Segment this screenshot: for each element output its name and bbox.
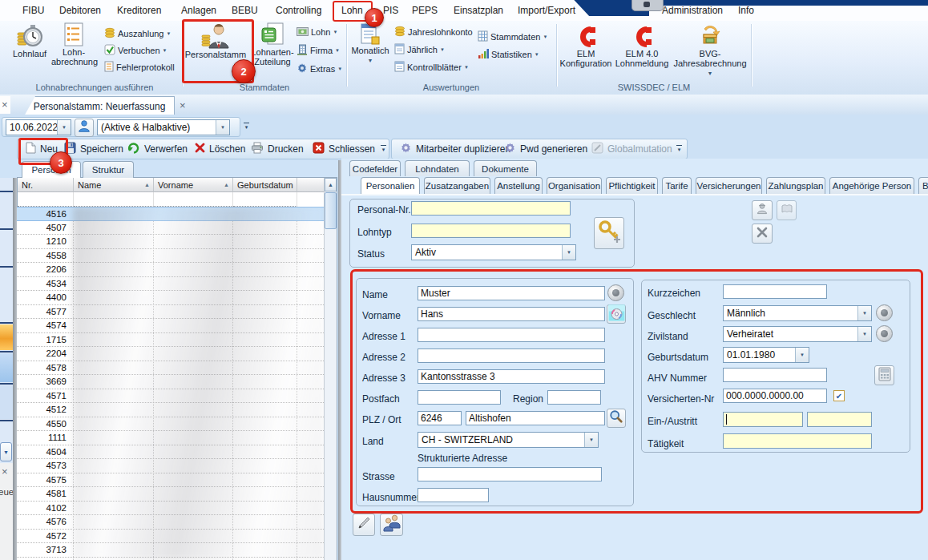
verwerfen-button[interactable]: Verwerfen [127, 139, 188, 159]
jahreslohnkonto-button[interactable]: Jahreslohnkonto [394, 26, 473, 38]
clear-x-button[interactable] [752, 224, 773, 244]
lohn-menu-button[interactable]: Lohn▼ [297, 26, 337, 38]
menu-item-pis[interactable]: PIS [383, 5, 398, 16]
loeschen-button[interactable]: Löschen [195, 139, 245, 159]
tab-personalstamm-neuerfassung[interactable]: Personalstamm: Neuerfassung [24, 96, 175, 116]
elm40-lohnmeldung-button[interactable]: ELM 4.0 Lohnmeldung [612, 24, 672, 68]
vertical-scrollbar[interactable]: ▲ [324, 178, 337, 560]
verbuchen-button[interactable]: Verbuchen▼ [104, 44, 167, 57]
geschlecht-combo[interactable]: Männlich ▼ [723, 305, 872, 321]
adresse1-field[interactable] [418, 328, 605, 342]
name-action-icon[interactable] [607, 284, 624, 301]
tab-versicherungen[interactable]: Versicherungen [696, 177, 762, 194]
tab-organisation[interactable]: Organisation [547, 177, 602, 194]
auszahlung-button[interactable]: Auszahlung▼ [104, 27, 171, 40]
person-action-button[interactable] [752, 200, 773, 220]
close-icon[interactable]: × [2, 99, 8, 110]
lohnarten-zuteilung-button[interactable]: Lohnarten- Zuteilung [249, 22, 296, 66]
drucken-button[interactable]: Drucken [251, 139, 304, 159]
land-combo[interactable]: CH - SWITZERLAND ▼ [418, 432, 599, 448]
fehlerprotokoll-button[interactable]: Fehlerprotokoll [104, 61, 175, 74]
menu-item-info[interactable]: Info [738, 5, 754, 16]
tab-pflichtigkeit[interactable]: Pflichtigkeit [606, 177, 658, 194]
tab-dokumente[interactable]: Dokumente [474, 160, 537, 176]
kontrollblaetter-button[interactable]: Kontrollblätter▼ [394, 61, 469, 74]
menu-item-debitoren[interactable]: Debitoren [59, 5, 101, 16]
toolbar-overflow-grip[interactable]: ▾ [241, 123, 252, 131]
speichern-button[interactable]: Speichern [64, 139, 123, 159]
name-field[interactable] [418, 286, 605, 300]
menu-item-administration[interactable]: Administration [662, 5, 723, 16]
strasse-field[interactable] [418, 467, 602, 481]
tab-clipped[interactable]: B [918, 177, 928, 194]
versicherten-nr-field[interactable] [723, 389, 827, 403]
tab-zusatzangaben[interactable]: Zusatzangaben [424, 177, 490, 194]
personal-nr-field[interactable] [411, 201, 571, 216]
menu-item-lohn[interactable]: Lohn [341, 5, 363, 16]
combo-arrow[interactable]: ▼ [216, 120, 229, 135]
statistiken-button[interactable]: Statistiken▼ [478, 48, 539, 61]
dock-dropdown-button[interactable]: ▼ [0, 442, 12, 461]
menu-item-bebu[interactable]: BEBU [232, 5, 258, 16]
book-button[interactable] [777, 200, 797, 220]
versicherten-nr-checkbox[interactable]: ✔ [833, 390, 845, 401]
menu-item-peps[interactable]: PEPS [412, 5, 438, 16]
toolbar-overflow-grip[interactable]: ▾ [674, 145, 684, 153]
filter-cell[interactable] [233, 192, 297, 207]
menu-item-controlling[interactable]: Controlling [276, 5, 321, 16]
tab-tarife[interactable]: Tarife [662, 177, 692, 194]
filter-cell[interactable] [74, 192, 154, 207]
column-header-geburtsdatum[interactable]: Geburtsdatum [233, 178, 297, 192]
key-generate-button[interactable] [594, 217, 624, 249]
scroll-up-button[interactable]: ▲ [325, 178, 337, 191]
accounting-date-combo[interactable]: 10.06.2022 ▼ [6, 119, 71, 135]
vorname-field[interactable] [418, 307, 605, 321]
tab-anstellung[interactable]: Anstellung [494, 177, 543, 194]
status-combo[interactable]: Aktiv ▼ [411, 244, 576, 260]
person-filter-button[interactable] [75, 119, 94, 137]
globalmutation-button[interactable]: Globalmutation [591, 139, 672, 159]
geburtsdatum-combo[interactable]: 01.01.1980 ▼ [723, 347, 809, 363]
lohnabrechnung-button[interactable]: Lohn- abrechnung [51, 22, 96, 66]
adresse3-field[interactable] [418, 369, 605, 384]
personalstamm-button[interactable]: Personalstamm [184, 22, 248, 59]
lohntyp-field[interactable] [411, 224, 571, 238]
pwd-generieren-button[interactable]: Pwd generieren [504, 139, 587, 159]
tab-close-icon[interactable]: × [180, 100, 186, 111]
taetigkeit-field[interactable] [723, 433, 872, 449]
stammdaten-button[interactable]: Stammdaten▼ [478, 30, 547, 43]
tab-zahlungsplan[interactable]: Zahlungsplan [766, 177, 825, 194]
tab-lohndaten[interactable]: Lohndaten [405, 160, 470, 176]
tab-codefelder[interactable]: Codefelder [349, 160, 401, 176]
edit-button[interactable] [353, 514, 375, 536]
elm-konfiguration-button[interactable]: ELM Konfiguration [559, 24, 612, 68]
ort-field[interactable] [466, 411, 605, 425]
tab-struktur[interactable]: Struktur [83, 161, 134, 178]
contacts-button[interactable] [380, 514, 403, 536]
kurzzeichen-field[interactable] [723, 284, 827, 299]
column-header-vorname[interactable]: Vorname▲ [154, 178, 233, 192]
austritt-field[interactable] [807, 412, 872, 427]
bvg-jahresabrechnung-button[interactable]: BVG- Jahresabrechnung ▼ [673, 24, 747, 79]
menu-item-fibu[interactable]: FIBU [22, 5, 44, 16]
combo-arrow[interactable]: ▼ [795, 348, 809, 362]
close-icon[interactable]: × [2, 466, 8, 477]
mitarbeiter-duplizieren-button[interactable]: Mitarbeiter duplizieren [400, 139, 510, 159]
toolbar-overflow-grip[interactable]: ▾ [378, 145, 389, 153]
monatlich-button[interactable]: Monatlich ▼ [349, 22, 391, 66]
menu-item-einsatzplan[interactable]: Einsatzplan [454, 5, 503, 16]
schliessen-button[interactable]: Schliessen [313, 139, 375, 159]
zivilstand-combo[interactable]: Verheiratet ▼ [723, 326, 872, 342]
geschlecht-action-icon[interactable] [876, 304, 893, 321]
scrollbar-thumb[interactable] [325, 192, 337, 229]
filter-cell[interactable] [154, 192, 233, 207]
eintritt-field[interactable] [723, 412, 803, 427]
tab-personalien[interactable]: Personalien [361, 177, 420, 194]
ahv-calculator-button[interactable] [874, 365, 894, 385]
tab-angehoerige-person[interactable]: Angehörige Person [829, 177, 914, 194]
zivilstand-action-icon[interactable] [876, 325, 893, 342]
filter-cell[interactable] [18, 192, 74, 207]
extras-button[interactable]: Extras▼ [297, 62, 342, 75]
combo-arrow[interactable]: ▼ [857, 327, 871, 341]
jaehrlich-button[interactable]: Jährlich▼ [394, 43, 445, 56]
